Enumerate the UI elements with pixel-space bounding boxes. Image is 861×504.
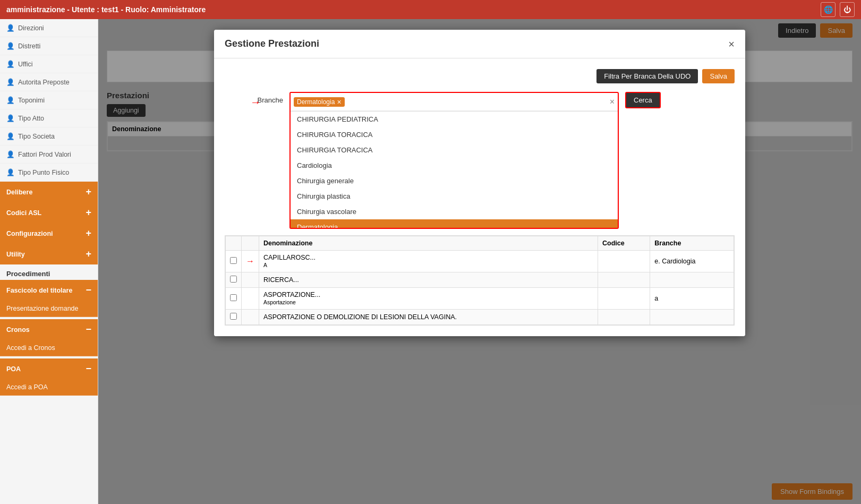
arrow-cell — [242, 288, 259, 310]
dropdown-item[interactable]: Cardiologia — [291, 158, 618, 173]
user-icon: 👤 — [6, 42, 15, 50]
left-arrow: → — [250, 96, 261, 108]
modal-toolbar: Filtra Per Branca Della UDO Salva — [225, 69, 735, 83]
sidebar-item-uffici[interactable]: 👤 Uffici — [0, 55, 98, 73]
user-icon: 👤 — [6, 132, 15, 140]
cell-branche — [650, 310, 734, 325]
filtra-button[interactable]: Filtra Per Branca Della UDO — [596, 69, 698, 83]
modal-title: Gestione Prestazioni — [225, 38, 319, 49]
dropdown-item[interactable]: CHIRURGIA PEDIATRICA — [291, 112, 618, 127]
user-icon: 👤 — [6, 60, 15, 68]
cell-codice — [598, 251, 650, 272]
app-title: amministrazione - Utente : test1 - Ruolo… — [6, 5, 206, 14]
sidebar-item-toponimi[interactable]: 👤 Toponimi — [0, 91, 98, 109]
user-icon: 👤 — [6, 96, 15, 104]
top-bar-icons: 🌐 ⏻ — [821, 2, 855, 17]
sidebar-item-distretti[interactable]: 👤 Distretti — [0, 37, 98, 55]
cell-codice — [598, 272, 650, 288]
sidebar-item-direzioni[interactable]: 👤 Direzioni — [0, 19, 98, 37]
row-checkbox[interactable] — [230, 276, 237, 283]
modal-salva-button[interactable]: Salva — [702, 69, 735, 83]
tag-remove-button[interactable]: × — [337, 98, 341, 106]
modal-header: Gestione Prestazioni × — [214, 30, 745, 58]
arrow-cell: → — [242, 251, 259, 272]
arrow-cell — [242, 310, 259, 325]
sidebar-item-tipo-societa[interactable]: 👤 Tipo Societa — [0, 127, 98, 146]
multiselect-input[interactable]: Dermatologia × × — [291, 93, 618, 111]
dropdown-item[interactable]: Chirurgia vascolare — [291, 204, 618, 219]
cell-denominazione: ASPORTAZIONE O DEMOLIZIONE DI LESIONI DE… — [259, 310, 598, 325]
col-arrow — [242, 236, 259, 251]
cell-branche — [650, 272, 734, 288]
modal-results-table: Denominazione Codice Branche → CAPILLARO… — [225, 236, 734, 325]
dropdown-list: CHIRURGIA PEDIATRICA CHIRURGIA TORACICA … — [291, 111, 618, 228]
sidebar: 👤 Direzioni 👤 Distretti 👤 Uffici 👤 Autor… — [0, 19, 98, 504]
cell-branche: e. Cardiologia — [650, 251, 734, 272]
sidebar-section-poa[interactable]: POA − — [0, 358, 98, 379]
sidebar-item-accedi-poa[interactable]: Accedi a POA — [0, 379, 98, 396]
sidebar-section-fascicolo[interactable]: Fascicolo del titolare − — [0, 280, 98, 301]
table-row: → CAPILLAROSC...A e. Cardiologia — [226, 251, 734, 272]
plus-icon: + — [86, 207, 91, 218]
row-checkbox[interactable] — [230, 257, 237, 264]
selected-tag: Dermatologia × — [294, 97, 345, 107]
minus-icon: − — [86, 363, 91, 374]
col-branche: Branche — [650, 236, 734, 251]
dropdown-item-selected[interactable]: Dermatologia — [291, 219, 618, 228]
modal-overlay: Gestione Prestazioni × Filtra Per Branca… — [98, 19, 861, 504]
modal-close-button[interactable]: × — [728, 39, 735, 49]
cell-codice — [598, 288, 650, 310]
modal-dialog: Gestione Prestazioni × Filtra Per Branca… — [214, 30, 745, 336]
col-check — [226, 236, 242, 251]
sidebar-item-tipo-atto[interactable]: 👤 Tipo Atto — [0, 109, 98, 127]
procedimenti-heading: Procedimenti — [0, 264, 98, 280]
globe-icon[interactable]: 🌐 — [821, 2, 836, 17]
arrow-cell — [242, 272, 259, 288]
cell-denominazione: RICERCA... — [259, 272, 598, 288]
user-icon: 👤 — [6, 150, 15, 158]
cell-codice — [598, 310, 650, 325]
table-row: RICERCA... — [226, 272, 734, 288]
plus-icon: + — [86, 186, 91, 198]
cell-denominazione: CAPILLAROSC...A — [259, 251, 598, 272]
col-denominazione: Denominazione — [259, 236, 598, 251]
table-row: ASPORTAZIONE O DEMOLIZIONE DI LESIONI DE… — [226, 310, 734, 325]
branche-row: → Branche Dermatologia × × — [225, 92, 735, 229]
sidebar-item-tipo-punto[interactable]: 👤 Tipo Punto Fisico — [0, 164, 98, 182]
row-checkbox[interactable] — [230, 294, 237, 301]
sidebar-section-delibere[interactable]: Delibere + — [0, 182, 98, 202]
user-icon: 👤 — [6, 168, 15, 176]
sidebar-section-utility[interactable]: Utility + — [0, 244, 98, 264]
multiselect-container[interactable]: Dermatologia × × CHIRURGIA PEDIATRICA CH… — [289, 92, 619, 229]
multiselect-clear-button[interactable]: × — [610, 97, 615, 107]
dropdown-item[interactable]: Chirurgia generale — [291, 173, 618, 189]
modal-body: Filtra Per Branca Della UDO Salva → Bran… — [214, 58, 745, 336]
minus-icon: − — [86, 324, 91, 335]
cell-denominazione: ASPORTAZIONE...Asportazione — [259, 288, 598, 310]
sidebar-item-accedi-cronos[interactable]: Accedi a Cronos — [0, 340, 98, 356]
table-row: ASPORTAZIONE...Asportazione a — [226, 288, 734, 310]
user-icon: 👤 — [6, 78, 15, 86]
dropdown-item[interactable]: Chirurgia plastica — [291, 189, 618, 204]
plus-icon: + — [86, 249, 91, 260]
sidebar-section-config[interactable]: Configurazioni + — [0, 223, 98, 244]
user-icon: 👤 — [6, 114, 15, 122]
main-content: Indietro Salva No records available. Pre… — [98, 19, 861, 504]
minus-icon: − — [86, 285, 91, 296]
dropdown-item[interactable]: CHIRURGIA TORACICA — [291, 127, 618, 142]
sidebar-section-cronos[interactable]: Cronos − — [0, 319, 98, 340]
sidebar-section-codici[interactable]: Codici ASL + — [0, 202, 98, 223]
modal-table-container: Denominazione Codice Branche → CAPILLARO… — [225, 235, 735, 326]
plus-icon: + — [86, 228, 91, 239]
sidebar-item-fattori[interactable]: 👤 Fattori Prod Valori — [0, 146, 98, 164]
power-icon[interactable]: ⏻ — [840, 2, 855, 17]
row-checkbox[interactable] — [230, 313, 237, 320]
sidebar-item-autorita[interactable]: 👤 Autorita Preposte — [0, 73, 98, 91]
dropdown-item[interactable]: CHIRURGIA TORACICA — [291, 142, 618, 158]
cell-branche: a — [650, 288, 734, 310]
user-icon: 👤 — [6, 24, 15, 32]
top-bar: amministrazione - Utente : test1 - Ruolo… — [0, 0, 861, 19]
sidebar-item-presentazione[interactable]: Presentazione domande — [0, 301, 98, 317]
cerca-button[interactable]: Cerca — [625, 92, 661, 108]
col-codice: Codice — [598, 236, 650, 251]
